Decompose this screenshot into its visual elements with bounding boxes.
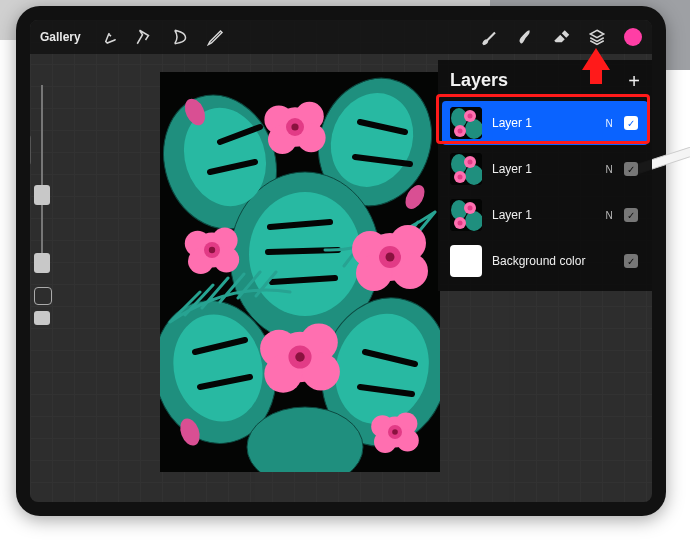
layers-panel-title: Layers (450, 70, 508, 91)
layer-name-label: Layer 1 (492, 208, 594, 222)
ipad-device: Gallery (16, 6, 666, 516)
brush-size-handle[interactable] (34, 185, 50, 205)
color-picker[interactable] (624, 28, 642, 46)
layer-visibility-checkbox[interactable]: ✓ (624, 116, 638, 130)
gallery-button[interactable]: Gallery (40, 30, 81, 44)
layer-row[interactable]: Layer 1N✓ (442, 147, 648, 191)
svg-point-61 (468, 160, 473, 165)
undo-button[interactable] (34, 287, 52, 305)
layer-blend-label[interactable]: N (604, 164, 614, 175)
layer-thumbnail[interactable] (450, 107, 482, 139)
layer-blend-label[interactable]: N (604, 210, 614, 221)
layers-icon[interactable] (588, 28, 606, 46)
layer-name-label: Layer 1 (492, 116, 594, 130)
layers-panel: Layers + Layer 1N✓ Layer 1N✓ Layer 1N✓Ba… (438, 60, 652, 291)
layer-blend-label[interactable]: N (604, 118, 614, 129)
app-screen: Gallery (30, 20, 652, 502)
side-rail (30, 65, 54, 405)
layer-row[interactable]: Layer 1N✓ (442, 101, 648, 145)
add-layer-button[interactable]: + (628, 71, 640, 91)
brush-icon[interactable] (480, 28, 498, 46)
eraser-icon[interactable] (552, 28, 570, 46)
layer-visibility-checkbox[interactable]: ✓ (624, 254, 638, 268)
smudge-icon[interactable] (516, 28, 534, 46)
transform-icon[interactable] (207, 28, 225, 46)
svg-point-63 (458, 175, 463, 180)
svg-point-70 (458, 221, 463, 226)
svg-point-32 (386, 253, 395, 262)
svg-point-46 (392, 429, 398, 435)
svg-point-54 (468, 114, 473, 119)
top-toolbar: Gallery (30, 20, 652, 54)
layer-visibility-checkbox[interactable]: ✓ (624, 208, 638, 222)
selection-icon[interactable] (171, 28, 189, 46)
layer-row[interactable]: Background color✓ (442, 239, 648, 283)
svg-point-25 (209, 247, 215, 253)
svg-point-39 (295, 352, 304, 361)
canvas[interactable] (160, 72, 440, 472)
svg-point-18 (291, 123, 298, 130)
layer-name-label: Layer 1 (492, 162, 594, 176)
svg-point-56 (458, 129, 463, 134)
layer-visibility-checkbox[interactable]: ✓ (624, 162, 638, 176)
svg-point-68 (468, 206, 473, 211)
brush-size-track[interactable] (41, 85, 43, 255)
layer-thumbnail[interactable] (450, 199, 482, 231)
layer-thumbnail[interactable] (450, 245, 482, 277)
layer-name-label: Background color (492, 254, 594, 268)
actions-icon[interactable] (99, 28, 117, 46)
layer-thumbnail[interactable] (450, 153, 482, 185)
adjustments-icon[interactable] (135, 28, 153, 46)
modify-button[interactable] (30, 135, 31, 165)
redo-button[interactable] (34, 311, 50, 325)
brush-opacity-handle[interactable] (34, 253, 50, 273)
layer-row[interactable]: Layer 1N✓ (442, 193, 648, 237)
